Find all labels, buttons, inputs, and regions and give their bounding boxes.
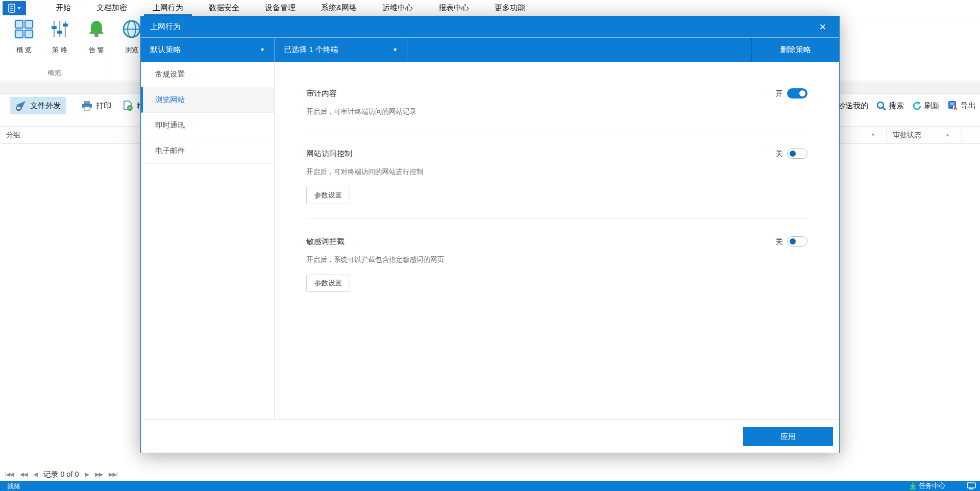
record-next-button[interactable]: ▶ [85,471,88,478]
search-icon [876,101,886,111]
task-center-button[interactable]: 任务中心 [910,481,945,490]
tab-internet-behavior[interactable]: 上网行为 [140,0,196,16]
alert-bell-icon [87,19,106,39]
cc-to-me-button[interactable]: 抄送我的 [838,101,868,111]
tab-ops-center[interactable]: 运维中心 [370,0,426,16]
toggle-state-label: 关 [776,237,783,247]
sidebar-item-general-settings[interactable]: 常规设置 [141,62,274,87]
section-title: 敏感词拦截 [306,237,345,247]
file-outgoing-label: 文件外发 [30,101,61,111]
section-header: 敏感词拦截 关 [306,236,807,247]
grid-column-divider [887,128,887,142]
record-next-page-button[interactable]: ▶▶ [95,471,103,478]
param-settings-button-access[interactable]: 参数设置 [306,187,350,204]
tab-report-center[interactable]: 报表中心 [426,0,482,16]
group-filter-arrow-icon[interactable]: ▼ [871,132,875,137]
search-button[interactable]: 搜索 [876,101,904,111]
overview-button[interactable]: 概 览 [8,19,40,55]
record-first-button[interactable]: |◀◀ [5,471,14,478]
ribbon-group-label: 概览 [0,68,109,78]
print-icon [82,101,92,111]
sidebar-item-browse-websites[interactable]: 浏览网站 [141,87,274,113]
task-center-download-icon [910,482,916,489]
sensitive-toggle-wrap: 关 [776,236,808,247]
search-label: 搜索 [889,101,904,111]
policy-dropdown[interactable]: 默认策略 ▼ [141,38,275,62]
dialog-toolbar-spacer [407,38,751,62]
toggle-state-label: 开 [776,89,783,99]
apply-button[interactable]: 应用 [743,427,833,446]
section-header: 审计内容 开 [306,88,807,99]
app-menu-button[interactable] [3,1,26,15]
section-title: 审计内容 [306,89,337,99]
app-menu-caret-icon [17,7,21,10]
grid-column-approval-status[interactable]: 审批状态 [893,131,921,140]
browse-globe-icon [122,19,141,39]
delete-policy-button[interactable]: 删除策略 [751,38,839,62]
section-description: 开启后，可审计终端访问的网站记录 [306,107,807,116]
export-button[interactable]: 导出 [948,101,976,111]
dialog-title-bar: 上网行为 × [141,16,839,37]
overview-grid-icon [14,19,34,39]
export-icon [948,101,958,111]
tab-data-security[interactable]: 数据安全 [196,0,252,16]
website-access-toggle[interactable] [787,149,807,159]
section-title: 网站访问控制 [306,149,352,159]
file-outgoing-button[interactable]: 文件外发 [10,97,66,114]
tab-system-network[interactable]: 系统&网络 [308,0,370,16]
section-description: 开启后，系统可以拦截包含指定敏感词的网页 [306,255,807,264]
app-menu-icon [8,4,16,13]
audit-content-toggle[interactable] [787,88,807,99]
policy-dropdown-value: 默认策略 [150,45,181,55]
record-navigator: |◀◀ ◀◀ ◀ 记录 0 of 0 ▶ ▶▶ ▶▶| [5,468,117,481]
ribbon-tabs: 开始 文档加密 上网行为 数据安全 设备管理 系统&网络 运维中心 报表中心 更… [43,0,538,16]
param-settings-button-sensitive[interactable]: 参数设置 [306,275,350,292]
tab-more-functions[interactable]: 更多功能 [482,0,538,16]
section-audit-content: 审计内容 开 开启后，可审计终端访问的网站记录 [306,62,807,131]
toggle-state-label: 关 [776,149,783,159]
list-toolbar-right: 抄送我的 搜索 刷新 [838,97,976,114]
delete-policy-label: 删除策略 [780,45,811,55]
dialog-body: 常规设置 浏览网站 即时通讯 电子邮件 审计内容 开 开启后，可审计终端访问的网… [141,62,839,419]
dialog-footer: 应用 [141,419,839,453]
toggle-knob [790,238,796,244]
dialog-sidebar: 常规设置 浏览网站 即时通讯 电子邮件 [141,62,275,419]
sidebar-item-instant-messaging[interactable]: 即时通讯 [141,113,274,138]
print-button[interactable]: 打印 [77,97,116,114]
alert-button[interactable]: 告 警 [81,19,112,55]
record-prev-button[interactable]: ◀ [34,471,37,478]
policy-button[interactable]: 策 略 [44,19,76,55]
refresh-icon [912,101,922,111]
status-bar: 就绪 任务中心 [0,481,980,491]
tab-start[interactable]: 开始 [43,0,84,16]
policy-button-label: 策 略 [44,45,76,55]
section-website-access-control: 网站访问控制 关 开启后，可对终端访问的网站进行控制 参数设置 [306,131,807,219]
overview-button-label: 概 览 [8,45,40,55]
access-toggle-wrap: 关 [776,149,808,159]
ribbon-tab-bar: 开始 文档加密 上网行为 数据安全 设备管理 系统&网络 运维中心 报表中心 更… [0,0,980,16]
export-label: 导出 [961,101,976,111]
sidebar-item-email[interactable]: 电子邮件 [141,138,274,164]
refresh-button[interactable]: 刷新 [912,101,940,111]
ribbon-group-divider [109,20,109,78]
chevron-down-icon: ▼ [260,47,265,53]
dialog-content: 审计内容 开 开启后，可审计终端访问的网站记录 网站访问控制 关 [275,62,839,419]
record-prev-page-button[interactable]: ◀◀ [20,471,28,478]
task-center-label: 任务中心 [919,481,945,490]
section-header: 网站访问控制 关 [306,149,807,159]
terminal-dropdown-value: 已选择 1 个终端 [284,45,338,55]
dialog-toolbar: 默认策略 ▼ 已选择 1 个终端 ▼ 删除策略 [141,37,839,62]
grid-column-group[interactable]: 分组 [6,131,20,140]
status-monitor-icon[interactable] [967,482,976,491]
alert-button-label: 告 警 [81,45,112,55]
close-icon[interactable]: × [815,21,830,33]
status-sort-arrow-icon[interactable]: ▲ [945,132,950,137]
section-sensitive-word-block: 敏感词拦截 关 开启后，系统可以拦截包含指定敏感词的网页 参数设置 [306,219,807,306]
terminal-dropdown[interactable]: 已选择 1 个终端 ▼ [275,38,407,62]
section-description: 开启后，可对终端访问的网站进行控制 [306,167,807,177]
toggle-knob [799,90,805,96]
tab-doc-encryption[interactable]: 文档加密 [84,0,140,16]
tab-device-management[interactable]: 设备管理 [252,0,308,16]
sensitive-word-toggle[interactable] [787,236,807,247]
record-last-button[interactable]: ▶▶| [109,471,117,478]
